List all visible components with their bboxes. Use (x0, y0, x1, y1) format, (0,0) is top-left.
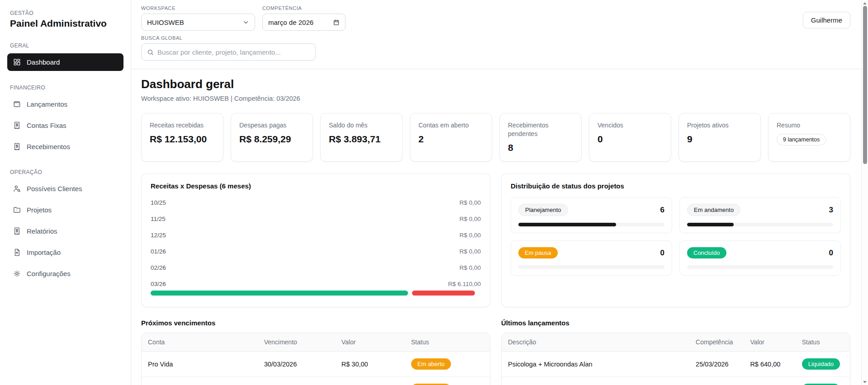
panel-title: Distribuição de status dos projetos (511, 182, 841, 190)
stat-card-resumo: Resumo 9 lançamentos (768, 113, 850, 162)
tables-row: Próximos vencimentos Conta Vencimento Va… (141, 319, 850, 385)
competencia-field: COMPETÊNCIA março de 2026 (262, 5, 346, 31)
sidebar-item-importacao[interactable]: Importação (7, 244, 123, 261)
search-icon (147, 49, 154, 56)
sidebar-item-label: Relatórios (27, 227, 57, 235)
scrollbar-down-arrow[interactable] (862, 379, 868, 385)
sidebar-item-label: Contas Fixas (27, 122, 66, 129)
resumo-count-badge: 9 lançamentos (777, 134, 826, 146)
sidebar-item-projetos[interactable]: Projetos (7, 201, 123, 219)
status-badge: Concluído (687, 247, 726, 258)
app-root: GESTÃO Painel Administrativo GERAL Dashb… (0, 0, 868, 385)
chart-row: 02/26 R$ 0,00 (151, 264, 481, 271)
status-tiles: Planejamento 6 Em andamento 3 (511, 197, 841, 276)
dashboard-content: Dashboard geral Workspace ativo: HUIOSWE… (131, 69, 861, 385)
table-title: Últimos lançamentos (501, 319, 850, 327)
sidebar-item-label: Dashboard (27, 58, 60, 66)
sidebar-item-label: Projetos (27, 206, 52, 214)
sidebar-item-possiveis-clientes[interactable]: Possíveis Clientes (7, 180, 123, 197)
progress-fill (687, 223, 734, 226)
proximos-vencimentos-table: Conta Vencimento Valor Status Pro Vida 3… (141, 333, 490, 385)
status-badge: Em pausa (518, 247, 558, 258)
vertical-scrollbar[interactable] (861, 0, 868, 385)
receipt-icon (13, 227, 21, 235)
progress-track (687, 265, 833, 269)
receipt-icon (13, 121, 21, 130)
busca-global-label: BUSCA GLOBAL (141, 35, 346, 41)
stat-card-contas-aberto: Contas em aberto 2 (410, 113, 492, 162)
receipt-icon (13, 142, 21, 151)
despesas-bar-segment (412, 291, 475, 296)
sidebar-item-label: Possíveis Clientes (27, 185, 82, 192)
progress-track (518, 223, 664, 226)
page-subtitle: Workspace ativo: HUIOSWEB | Competência:… (141, 95, 850, 102)
gear-icon (13, 269, 21, 278)
chart-row: 10/25 R$ 0,00 (151, 199, 481, 206)
chart-row: 03/26 R$ 6.110,00 (151, 281, 481, 287)
workspace-field: WORKSPACE HUIOSWEB (141, 5, 255, 31)
competencia-month-input[interactable]: março de 2026 (262, 14, 346, 31)
chevron-down-icon (242, 19, 249, 26)
status-tile-em-andamento: Em andamento 3 (679, 197, 841, 233)
table-row: Pro Vida 30/03/2026 R$ 30,00 Em aberto (142, 352, 490, 377)
sidebar-item-dashboard[interactable]: Dashboard (7, 53, 123, 71)
chart-row: 12/25 R$ 0,00 (151, 232, 481, 239)
table-row: Site Advogado - Rogério Diadema - Entrad… (502, 377, 850, 385)
panel-title: Receitas x Despesas (6 meses) (151, 182, 481, 190)
workspace-select[interactable]: HUIOSWEB (141, 14, 255, 31)
status-distribution-panel: Distribuição de status dos projetos Plan… (501, 174, 850, 307)
user-menu-button[interactable]: Guilherme (803, 12, 850, 28)
scrollbar-up-arrow[interactable] (862, 0, 868, 6)
competencia-value: março de 2026 (268, 19, 313, 26)
workspace-label: WORKSPACE (141, 5, 255, 11)
table-row: Hospedagem Vercel 31/03/2026 R$ 140,00 E… (142, 377, 490, 385)
stat-card-receitas-recebidas: Receitas recebidas R$ 12.153,00 (141, 113, 223, 162)
stat-card-recebimentos-pendentes: Recebimentos pendentes 8 (499, 113, 582, 162)
sidebar-section-geral: GERAL (10, 42, 121, 49)
topbar: WORKSPACE HUIOSWEB COMPETÊNCIA março de … (131, 0, 861, 69)
sidebar-item-contas-fixas[interactable]: Contas Fixas (7, 117, 123, 134)
sidebar-item-lancamentos[interactable]: Lançamentos (7, 95, 123, 113)
table-row: Psicologa + Microondas Alan 25/03/2026 R… (502, 352, 850, 377)
sidebar-item-relatorios[interactable]: Relatórios (7, 222, 123, 240)
sidebar-item-label: Recebimentos (27, 143, 70, 150)
competencia-label: COMPETÊNCIA (262, 5, 346, 11)
file-import-icon (13, 248, 21, 257)
table-title: Próximos vencimentos (141, 319, 490, 327)
status-badge: Em andamento (687, 204, 740, 216)
stat-card-vencidos: Vencidos 0 (589, 113, 671, 162)
receitas-despesas-panel: Receitas x Despesas (6 meses) 10/25 R$ 0… (141, 174, 490, 307)
app-title: Painel Administrativo (10, 18, 121, 29)
stacked-bar-03-26 (151, 291, 481, 296)
dashboard-grid-icon (13, 58, 21, 66)
stat-card-despesas-pagas: Despesas pagas R$ 8.259,29 (231, 113, 313, 162)
status-badge: Em aberto (411, 358, 451, 370)
sidebar: GESTÃO Painel Administrativo GERAL Dashb… (0, 0, 131, 385)
sidebar-item-label: Configurações (27, 270, 71, 277)
sidebar-kicker: GESTÃO (10, 10, 121, 16)
sidebar-item-label: Importação (27, 249, 61, 256)
scrollbar-thumb[interactable] (863, 6, 867, 164)
stat-card-projetos-ativos: Projetos ativos 9 (678, 113, 761, 162)
sidebar-section-operacao: OPERAÇÃO (10, 169, 121, 175)
sidebar-item-configuracoes[interactable]: Configurações (7, 265, 123, 282)
proximos-vencimentos-section: Próximos vencimentos Conta Vencimento Va… (141, 319, 490, 385)
status-badge: Planejamento (518, 204, 568, 216)
progress-track (518, 265, 664, 269)
search-input[interactable] (157, 48, 310, 56)
progress-track (687, 223, 833, 226)
page-title: Dashboard geral (141, 77, 850, 91)
stat-cards-row: Receitas recebidas R$ 12.153,00 Despesas… (141, 113, 850, 162)
table-header-row: Descrição Competência Valor Status (502, 333, 850, 352)
calendar-icon (333, 19, 340, 26)
status-tile-planejamento: Planejamento 6 (511, 197, 672, 233)
receitas-bar-segment (151, 291, 408, 296)
status-tile-em-pausa: Em pausa 0 (511, 240, 672, 276)
progress-fill (518, 223, 616, 226)
sidebar-section-financeiro: FINANCEIRO (10, 85, 121, 91)
workspace-selected-value: HUIOSWEB (147, 19, 184, 26)
sidebar-item-recebimentos[interactable]: Recebimentos (7, 138, 123, 155)
busca-global-field: BUSCA GLOBAL (141, 35, 346, 61)
chart-row: 01/26 R$ 0,00 (151, 248, 481, 255)
stat-card-saldo-mes: Saldo do mês R$ 3.893,71 (320, 113, 403, 162)
